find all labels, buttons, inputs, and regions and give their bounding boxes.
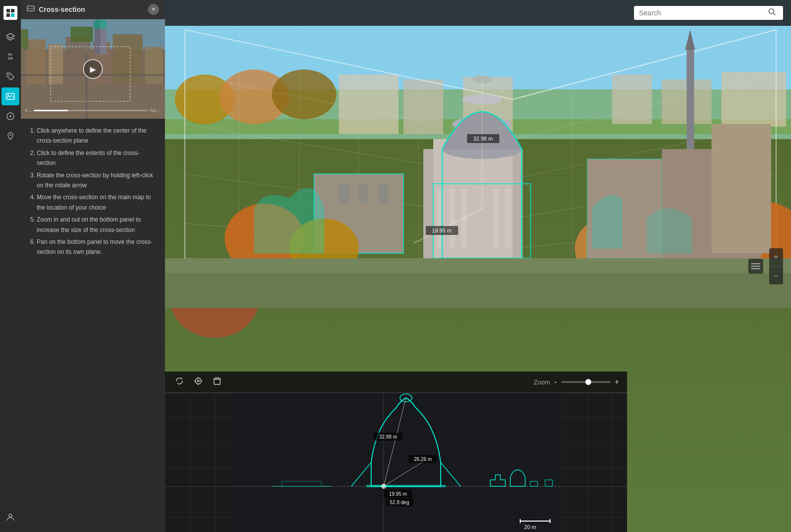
instruction-6: Pan on the bottom panel to move the cros…	[37, 237, 158, 257]
hamburger-line	[751, 268, 760, 269]
svg-point-4	[8, 75, 10, 76]
svg-rect-21	[21, 29, 28, 49]
svg-rect-115	[216, 378, 219, 379]
instruction-5: Zoom in and out on the bottom panel to i…	[37, 215, 158, 235]
svg-point-37	[272, 70, 336, 119]
svg-point-105	[195, 378, 201, 384]
hamburger-line	[751, 266, 760, 267]
panel-title: Cross-section	[39, 5, 144, 13]
svg-rect-15	[26, 39, 46, 84]
svg-text:26.26 m: 26.26 m	[414, 456, 432, 462]
svg-rect-39	[403, 79, 443, 134]
zoom-slider[interactable]	[561, 381, 611, 383]
menu-button[interactable]	[748, 259, 763, 274]
svg-rect-82	[359, 184, 369, 204]
instruction-4: Move the cross-section on the main map t…	[37, 192, 158, 213]
panel-icon	[27, 4, 35, 14]
svg-text:32.98 m: 32.98 m	[473, 136, 493, 142]
sidebar: HxDR	[0, 0, 21, 532]
svg-text:19.95 m: 19.95 m	[432, 228, 452, 233]
svg-rect-70	[449, 189, 455, 248]
svg-point-10	[9, 514, 12, 517]
cs-drawing: 32.98 m 26.26 m 19.95 m 52.8 deg	[165, 393, 627, 532]
instruction-2: Click to define the extents of the cross…	[37, 148, 158, 168]
svg-rect-22	[71, 27, 93, 42]
minimap: ▶ 4… Apr…	[21, 19, 165, 119]
instructions-list: Click anywhere to define the center of t…	[28, 126, 158, 257]
svg-rect-83	[379, 184, 389, 204]
cross-section-toolbar: Zoom - +	[165, 372, 627, 393]
instruction-1: Click anywhere to define the center of t…	[37, 126, 158, 146]
sidebar-item-tags[interactable]	[1, 68, 19, 85]
zoom-label: Zoom	[534, 379, 550, 386]
svg-point-26	[99, 19, 107, 29]
zoom-plus-button[interactable]: +	[615, 378, 619, 386]
zoom-in-button[interactable]: +	[771, 250, 781, 263]
svg-rect-116	[232, 393, 560, 532]
zoom-out-button[interactable]: −	[771, 269, 781, 282]
sidebar-item-layers[interactable]	[1, 28, 19, 46]
panel-close-button[interactable]: ×	[148, 4, 159, 15]
divider	[771, 266, 781, 266]
svg-point-30	[769, 9, 774, 14]
minimap-time-left: 4…	[25, 108, 32, 113]
svg-point-9	[10, 135, 11, 136]
svg-point-8	[9, 115, 11, 117]
svg-rect-111	[214, 379, 220, 384]
app-logo	[1, 4, 19, 22]
svg-rect-2	[6, 13, 10, 17]
target-button[interactable]	[192, 375, 205, 389]
svg-text:20 m: 20 m	[524, 524, 536, 530]
search-input[interactable]	[639, 9, 768, 17]
svg-rect-73	[505, 189, 511, 248]
search-icon	[768, 8, 776, 18]
svg-line-31	[774, 13, 776, 15]
svg-rect-19	[113, 34, 143, 84]
svg-rect-20	[145, 47, 162, 84]
zoom-minus-button[interactable]: -	[554, 378, 556, 386]
sidebar-item-tools[interactable]	[1, 107, 19, 125]
hxdr-label: HxDR	[8, 53, 13, 60]
svg-text:52.8 deg: 52.8 deg	[390, 500, 409, 505]
sidebar-item-location[interactable]	[1, 127, 19, 145]
minimap-play-button[interactable]: ▶	[83, 59, 103, 79]
sidebar-item-imagery[interactable]	[1, 87, 19, 105]
minimap-time-right: Apr…	[150, 108, 161, 113]
hamburger-line	[751, 263, 760, 264]
cross-section-viewport[interactable]: 32.98 m 26.26 m 19.95 m 52.8 deg	[165, 393, 627, 532]
delete-button[interactable]	[211, 375, 224, 389]
svg-text:19.95 m: 19.95 m	[389, 491, 407, 497]
svg-rect-119	[366, 485, 446, 487]
zoom-slider-thumb	[585, 379, 591, 385]
rotate-button[interactable]	[173, 375, 186, 389]
cross-section-bottom-panel: Zoom - +	[165, 372, 627, 532]
instructions-panel: Click anywhere to define the center of t…	[21, 119, 165, 532]
main-3d-view[interactable]: 32.98 m 19.95 m + −	[165, 0, 791, 532]
svg-rect-3	[11, 13, 14, 17]
minimap-timeline: 4… Apr…	[25, 108, 161, 113]
svg-rect-93	[712, 124, 771, 253]
svg-rect-38	[339, 75, 398, 134]
instruction-3: Rotate the cross-section by holding left…	[37, 170, 158, 191]
svg-rect-1	[11, 9, 14, 12]
timeline-bar[interactable]	[34, 110, 148, 111]
svg-rect-72	[493, 189, 499, 248]
svg-marker-104	[181, 378, 183, 379]
svg-rect-81	[339, 184, 349, 204]
svg-point-6	[8, 95, 9, 96]
zoom-controls: Zoom - +	[534, 378, 619, 386]
map-controls: + −	[769, 248, 783, 284]
sidebar-item-hxdr[interactable]: HxDR	[1, 48, 19, 66]
minimap-image: ▶ 4… Apr…	[21, 19, 165, 119]
sidebar-item-user[interactable]	[1, 508, 19, 526]
svg-point-106	[197, 380, 199, 382]
svg-rect-94	[687, 50, 694, 149]
svg-rect-0	[6, 9, 10, 12]
cross-section-panel: Cross-section ×	[21, 0, 165, 532]
svg-text:32.98 m: 32.98 m	[379, 434, 397, 440]
search-container	[634, 6, 783, 20]
svg-rect-97	[165, 258, 791, 273]
panel-header: Cross-section ×	[21, 0, 165, 19]
